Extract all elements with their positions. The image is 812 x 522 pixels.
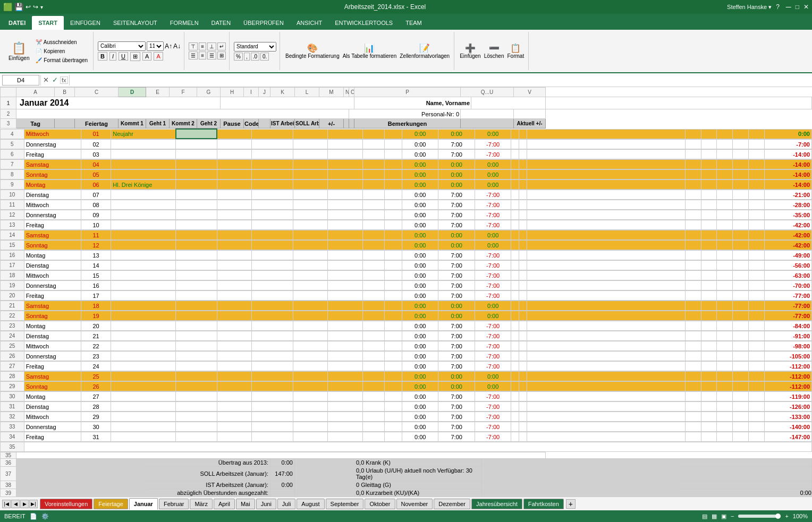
k1-17[interactable] <box>176 261 217 270</box>
ist-18[interactable]: 0:00 <box>402 271 438 280</box>
code-24[interactable] <box>362 331 385 341</box>
day-21[interactable]: Samstag <box>24 301 81 311</box>
k2-4[interactable] <box>252 129 293 139</box>
g2-20[interactable] <box>293 291 327 301</box>
holiday-8[interactable] <box>111 170 176 179</box>
diff-4[interactable]: 0:00 <box>475 129 511 139</box>
holiday-29[interactable] <box>111 382 176 391</box>
num-16[interactable]: 13 <box>81 251 111 260</box>
increase-decimal-btn[interactable]: .0 <box>251 53 259 61</box>
bem-28[interactable] <box>527 372 686 381</box>
bem-22[interactable] <box>527 311 686 321</box>
user-name[interactable]: Steffen Hanske ▾ <box>727 4 772 11</box>
zoom-slider[interactable] <box>738 515 781 518</box>
row-24[interactable]: 24 Dienstag 21 0:00 7:00 -7:00 -91:00 <box>1 331 812 341</box>
tab-januar[interactable]: Januar <box>129 498 158 510</box>
align-bottom-btn[interactable]: ⊥ <box>207 42 216 50</box>
cond-format-btn[interactable]: 🎨 Bedingte Formatierung <box>284 42 341 60</box>
diff-10[interactable]: -7:00 <box>475 190 511 200</box>
format-cells-btn[interactable]: 📋 Format <box>506 42 525 60</box>
font-size-select[interactable]: 11 <box>147 41 164 51</box>
soll-16[interactable]: 7:00 <box>438 251 475 260</box>
diff-27[interactable]: -7:00 <box>475 362 511 371</box>
col-N-header[interactable]: N <box>344 88 349 97</box>
num-17[interactable]: 14 <box>81 261 111 270</box>
bem-25[interactable] <box>527 341 686 351</box>
holiday-30[interactable] <box>111 392 176 401</box>
num-26[interactable]: 23 <box>81 352 111 361</box>
day-4[interactable]: Mittwoch <box>24 129 81 139</box>
ist-29[interactable]: 0:00 <box>402 382 438 391</box>
g2-28[interactable] <box>293 372 327 381</box>
g1-14[interactable] <box>217 230 251 240</box>
align-left-btn[interactable]: ☰ <box>189 52 198 59</box>
day-30[interactable]: Montag <box>24 392 81 401</box>
soll-31[interactable]: 7:00 <box>438 402 475 412</box>
num-34[interactable]: 31 <box>81 432 111 442</box>
g2-13[interactable] <box>293 220 327 230</box>
g2-31[interactable] <box>293 402 327 412</box>
aktuell-5[interactable]: -7:00 <box>764 140 811 149</box>
col-QRSTU-header[interactable]: Q...U <box>461 88 514 97</box>
diff-11[interactable]: -7:00 <box>475 200 511 210</box>
g2-30[interactable] <box>293 392 327 401</box>
k1-21[interactable] <box>176 301 217 311</box>
bem-9[interactable] <box>527 180 686 190</box>
font-color-btn[interactable]: A <box>154 52 163 61</box>
wrap-text-btn[interactable]: ↵ <box>217 42 226 50</box>
pause-11[interactable] <box>328 200 362 210</box>
k2-9[interactable] <box>252 180 293 190</box>
soll-22[interactable]: 0:00 <box>438 311 475 321</box>
day-17[interactable]: Dienstag <box>24 261 81 270</box>
diff-6[interactable]: -7:00 <box>475 150 511 159</box>
soll-25[interactable]: 7:00 <box>438 341 475 351</box>
day-25[interactable]: Mittwoch <box>24 341 81 351</box>
pause-13[interactable] <box>328 220 362 230</box>
g1-20[interactable] <box>217 291 251 301</box>
pause-8[interactable] <box>328 170 362 179</box>
align-middle-btn[interactable]: ≡ <box>199 42 206 50</box>
code-17[interactable] <box>362 261 385 270</box>
code-27[interactable] <box>362 362 385 371</box>
tab-oktober[interactable]: Oktober <box>365 499 395 509</box>
bem-24[interactable] <box>527 331 686 341</box>
pause-27[interactable] <box>328 362 362 371</box>
holiday-33[interactable] <box>111 422 176 432</box>
pause-33[interactable] <box>328 422 362 432</box>
diff-24[interactable]: -7:00 <box>475 331 511 341</box>
k1-25[interactable] <box>176 341 217 351</box>
soll-4[interactable]: 0:00 <box>438 129 475 139</box>
bem-23[interactable] <box>527 321 686 331</box>
bem-26[interactable] <box>527 352 686 361</box>
view-normal-btn[interactable]: ▤ <box>702 513 707 520</box>
delete-cells-btn[interactable]: ➖ Löschen <box>483 42 505 60</box>
k2-32[interactable] <box>252 412 293 422</box>
g2-18[interactable] <box>293 271 327 280</box>
k1-24[interactable] <box>176 331 217 341</box>
number-format-select[interactable]: Standard <box>234 42 276 52</box>
tab-juni[interactable]: Juni <box>256 499 276 509</box>
g2-17[interactable] <box>293 261 327 270</box>
col-O-header[interactable]: O <box>349 88 354 97</box>
tab-fahrtkosten[interactable]: Fahrtkosten <box>523 499 564 509</box>
diff-14[interactable]: 0:00 <box>475 230 511 240</box>
k1-29[interactable] <box>176 382 217 391</box>
bem-6[interactable] <box>527 150 686 159</box>
tab-datei[interactable]: DATEI <box>2 16 32 30</box>
holiday-32[interactable] <box>111 412 176 422</box>
fill-color-btn[interactable]: A <box>142 52 151 61</box>
holiday-15[interactable] <box>111 241 176 250</box>
bem-27[interactable] <box>527 362 686 371</box>
holiday-4[interactable]: Neujahr <box>111 129 176 139</box>
g2-25[interactable] <box>293 341 327 351</box>
num-28[interactable]: 25 <box>81 372 111 381</box>
qat-save[interactable]: 💾 <box>14 3 23 11</box>
bem-18[interactable] <box>527 271 686 280</box>
k2-16[interactable] <box>252 251 293 260</box>
g1-19[interactable] <box>217 281 251 290</box>
bem-17[interactable] <box>527 261 686 270</box>
k2-20[interactable] <box>252 291 293 301</box>
num-5[interactable]: 02 <box>81 140 111 149</box>
day-7[interactable]: Samstag <box>24 160 81 169</box>
pause-23[interactable] <box>328 321 362 331</box>
